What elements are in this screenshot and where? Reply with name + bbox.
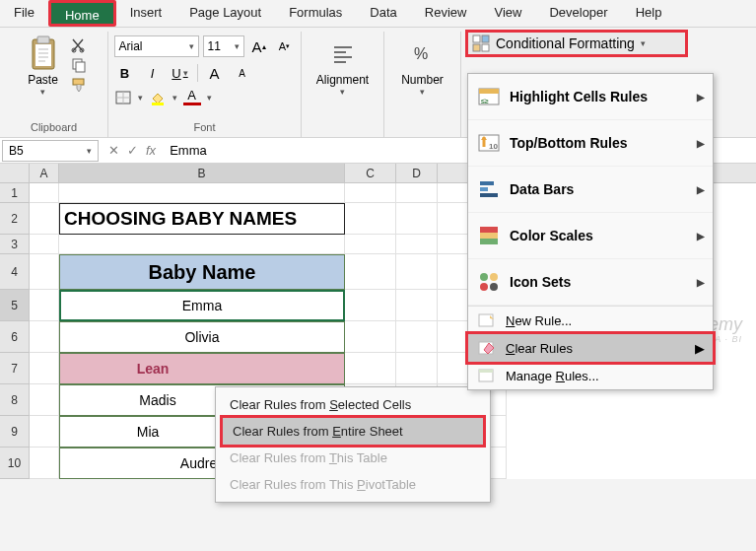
row-1[interactable]: 1 — [0, 183, 30, 203]
header-cell[interactable]: Baby Name — [59, 254, 345, 290]
clear-rules-entire-sheet[interactable]: Clear Rules from Entire Sheet — [220, 415, 486, 448]
cell-B7[interactable]: Lean — [59, 353, 345, 384]
menubar: File Home Insert Page Layout Formulas Da… — [0, 0, 756, 28]
svg-point-27 — [490, 273, 498, 281]
highlight-cells-icon: ≤≥ — [478, 86, 500, 107]
svg-rect-25 — [480, 239, 498, 244]
manage-rules-icon — [478, 368, 496, 383]
menu-file[interactable]: File — [0, 0, 48, 27]
ribbon-group-number: % Number ▾ — [384, 32, 461, 137]
svg-text:%: % — [414, 45, 428, 62]
copy-icon[interactable] — [70, 57, 88, 73]
row-6[interactable]: 6 — [0, 321, 30, 353]
svg-rect-24 — [480, 233, 498, 239]
row-9[interactable]: 9 — [0, 416, 30, 448]
cell-B5[interactable]: Emma — [59, 290, 345, 321]
clear-rules-icon — [478, 340, 496, 356]
menu-review[interactable]: Review — [411, 0, 481, 27]
svg-rect-22 — [480, 193, 498, 197]
font-size-select[interactable]: 11▾ — [203, 35, 244, 57]
data-bars-icon — [478, 178, 500, 200]
name-box[interactable]: B5▾ — [2, 140, 99, 162]
svg-rect-33 — [479, 370, 493, 373]
menu-insert[interactable]: Insert — [116, 0, 176, 27]
ribbon-group-styles: Conditional Formatting ▾ ≤≥ Highlight Ce… — [461, 32, 718, 137]
select-all[interactable] — [0, 164, 30, 182]
cf-icon-sets[interactable]: Icon Sets ▶ — [468, 259, 713, 306]
paste-button[interactable]: Paste ▾ — [21, 34, 66, 97]
cf-data-bars[interactable]: Data Bars ▶ — [468, 167, 713, 213]
chevron-down-icon: ▾ — [40, 87, 45, 97]
borders-icon[interactable] — [114, 90, 132, 105]
svg-rect-14 — [482, 44, 489, 51]
col-B[interactable]: B — [59, 164, 345, 182]
cf-highlight-cells-rules[interactable]: ≤≥ Highlight Cells Rules ▶ — [468, 74, 713, 120]
italic-button[interactable]: I — [142, 63, 164, 83]
svg-rect-12 — [482, 35, 489, 42]
ribbon-group-clipboard: Paste ▾ Clipboard — [0, 32, 108, 137]
menu-help[interactable]: Help — [622, 0, 676, 27]
menu-page-layout[interactable]: Page Layout — [175, 0, 275, 27]
chevron-down-icon: ▾ — [641, 38, 646, 48]
increase-font-icon[interactable]: A▴ — [248, 36, 270, 56]
enter-icon[interactable]: ✓ — [127, 143, 138, 158]
formula-input[interactable]: Emma — [164, 143, 207, 158]
format-painter-icon[interactable] — [70, 77, 88, 93]
clear-rules-submenu: Clear Rules from Selected Cells Clear Ru… — [215, 386, 491, 503]
svg-rect-7 — [73, 79, 84, 85]
svg-point-29 — [490, 283, 498, 291]
cf-top-bottom-rules[interactable]: 10 Top/Bottom Rules ▶ — [468, 120, 713, 167]
cf-new-rule[interactable]: NNew Rule...ew Rule... — [468, 307, 713, 334]
ribbon-group-font: Arial▾ 11▾ A▴ A▾ B I U▾ A A ▾ ▾ A▾ Font — [108, 32, 302, 137]
clear-rules-selected-cells[interactable]: Clear Rules from Selected Cells — [220, 391, 486, 418]
col-A[interactable]: A — [30, 164, 59, 182]
fill-color-icon[interactable] — [149, 90, 167, 105]
percent-icon: % — [410, 41, 436, 67]
svg-point-26 — [480, 273, 488, 281]
alignment-button[interactable]: Alignment ▾ — [309, 34, 378, 97]
underline-button[interactable]: U▾ — [170, 63, 191, 83]
number-button[interactable]: % Number ▾ — [388, 34, 457, 97]
row-10[interactable]: 10 — [0, 448, 30, 479]
cell-B6[interactable]: Olivia — [59, 321, 345, 353]
clear-rules-this-table: Clear Rules from This Table — [220, 445, 486, 471]
top-bottom-icon: 10 — [478, 132, 500, 154]
menu-formulas[interactable]: Formulas — [275, 0, 356, 27]
decrease-font-icon[interactable]: A▾ — [274, 36, 296, 56]
cut-icon[interactable] — [70, 37, 88, 53]
menu-data[interactable]: Data — [356, 0, 410, 27]
font-name-select[interactable]: Arial▾ — [114, 35, 199, 57]
col-D[interactable]: D — [396, 164, 438, 182]
svg-rect-6 — [76, 62, 85, 72]
paste-label: Paste — [28, 73, 58, 87]
font-size-small-icon[interactable]: A — [232, 63, 253, 83]
row-8[interactable]: 8 — [0, 384, 30, 416]
clipboard-label: Clipboard — [31, 121, 77, 135]
menu-home[interactable]: Home — [48, 0, 116, 27]
row-7[interactable]: 7 — [0, 353, 30, 384]
bold-button[interactable]: B — [114, 63, 136, 83]
col-C[interactable]: C — [345, 164, 396, 182]
ribbon: Paste ▾ Clipboard Arial▾ 11▾ A▴ A▾ B I U… — [0, 28, 756, 138]
cf-clear-rules[interactable]: Clear Rules ▶ — [465, 331, 716, 365]
cf-color-scales[interactable]: Color Scales ▶ — [468, 213, 713, 259]
svg-rect-20 — [480, 181, 494, 185]
row-4[interactable]: 4 — [0, 254, 30, 290]
menu-view[interactable]: View — [480, 0, 535, 27]
conditional-formatting-menu: ≤≥ Highlight Cells Rules ▶ 10 Top/Bottom… — [467, 73, 714, 390]
conditional-formatting-button[interactable]: Conditional Formatting ▾ — [465, 30, 688, 57]
row-2[interactable]: 2 — [0, 203, 30, 235]
menu-developer[interactable]: Developer — [535, 0, 621, 27]
font-size-big-icon[interactable]: A — [204, 63, 226, 83]
cf-manage-rules[interactable]: Manage Rules... — [468, 362, 713, 389]
title-cell[interactable]: CHOOSING BABY NAMES — [59, 203, 345, 235]
svg-rect-21 — [480, 187, 488, 191]
fx-icon[interactable]: fx — [146, 143, 156, 158]
svg-rect-23 — [480, 227, 498, 233]
cancel-icon[interactable]: ✕ — [108, 143, 119, 158]
svg-text:10: 10 — [489, 142, 498, 151]
font-color-icon[interactable]: A — [183, 89, 201, 105]
svg-rect-9 — [152, 103, 164, 105]
row-5[interactable]: 5 — [0, 290, 30, 321]
row-3[interactable]: 3 — [0, 235, 30, 254]
